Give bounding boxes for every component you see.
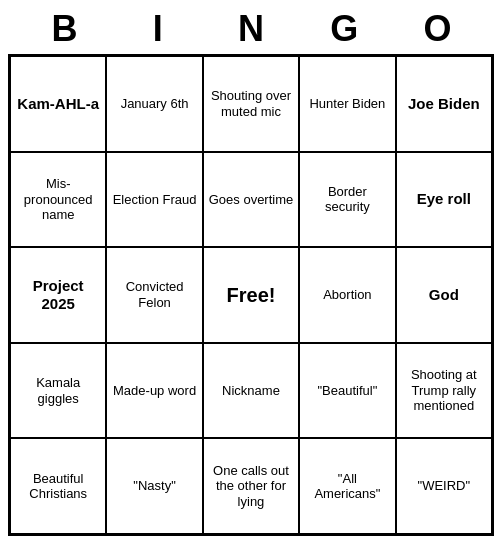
cell-r4-c1: "Nasty" xyxy=(106,438,202,534)
cell-r0-c2: Shouting over muted mic xyxy=(203,56,299,152)
cell-r1-c4: Eye roll xyxy=(396,152,492,248)
cell-r3-c1: Made-up word xyxy=(106,343,202,439)
cell-r3-c4: Shooting at Trump rally mentioned xyxy=(396,343,492,439)
cell-r0-c1: January 6th xyxy=(106,56,202,152)
cell-r4-c2: One calls out the other for lying xyxy=(203,438,299,534)
cell-r0-c4: Joe Biden xyxy=(396,56,492,152)
cell-r2-c0: Project 2025 xyxy=(10,247,106,343)
title-g: G xyxy=(298,8,391,50)
cell-r2-c4: God xyxy=(396,247,492,343)
cell-r1-c0: Mis-pronounced name xyxy=(10,152,106,248)
title-n: N xyxy=(204,8,297,50)
cell-r3-c3: "Beautiful" xyxy=(299,343,395,439)
cell-r1-c3: Border security xyxy=(299,152,395,248)
cell-r0-c3: Hunter Biden xyxy=(299,56,395,152)
cell-r3-c0: Kamala giggles xyxy=(10,343,106,439)
bingo-grid: Kam-AHL-aJanuary 6thShouting over muted … xyxy=(8,54,494,536)
bingo-title: B I N G O xyxy=(8,8,494,50)
title-b: B xyxy=(18,8,111,50)
cell-r2-c2: Free! xyxy=(203,247,299,343)
cell-r4-c3: "All Americans" xyxy=(299,438,395,534)
cell-r2-c3: Abortion xyxy=(299,247,395,343)
title-o: O xyxy=(391,8,484,50)
cell-r4-c4: "WEIRD" xyxy=(396,438,492,534)
title-i: I xyxy=(111,8,204,50)
cell-r3-c2: Nickname xyxy=(203,343,299,439)
cell-r2-c1: Convicted Felon xyxy=(106,247,202,343)
cell-r0-c0: Kam-AHL-a xyxy=(10,56,106,152)
cell-r1-c1: Election Fraud xyxy=(106,152,202,248)
cell-r4-c0: Beautiful Christians xyxy=(10,438,106,534)
cell-r1-c2: Goes overtime xyxy=(203,152,299,248)
